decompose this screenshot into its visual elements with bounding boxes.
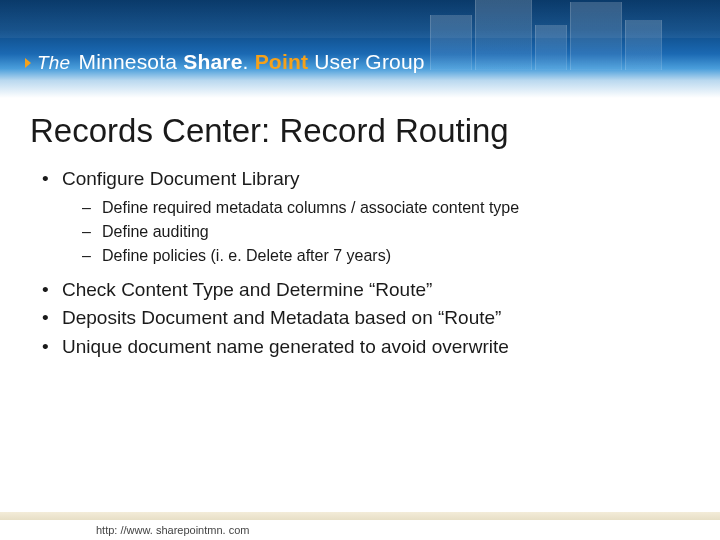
sub-bullet-item: Define auditing (62, 220, 680, 244)
banner-title: The Minnesota Share. Point User Group (22, 50, 425, 74)
bullet-text: Configure Document Library (62, 168, 300, 189)
sub-bullet-text: Define policies (i. e. Delete after 7 ye… (102, 247, 391, 264)
footer-divider (0, 512, 720, 520)
banner-word-point: Point (255, 50, 309, 73)
bullet-text: Check Content Type and Determine “Route” (62, 279, 432, 300)
sub-bullet-item: Define policies (i. e. Delete after 7 ye… (62, 244, 680, 268)
bullet-item: Unique document name generated to avoid … (40, 333, 680, 362)
bullet-text: Unique document name generated to avoid … (62, 336, 509, 357)
footer-url: http: //www. sharepointmn. com (96, 524, 249, 536)
bullet-item: Check Content Type and Determine “Route” (40, 276, 680, 305)
bullet-text: Deposits Document and Metadata based on … (62, 307, 501, 328)
arrow-icon (25, 58, 31, 68)
banner-word-the: The (37, 52, 70, 73)
sub-bullet-item: Define required metadata columns / assoc… (62, 196, 680, 220)
banner-word-minnesota: Minnesota (78, 50, 177, 73)
skyline-graphic (430, 0, 690, 80)
slide-content: Configure Document Library Define requir… (40, 165, 680, 361)
slide-title: Records Center: Record Routing (30, 112, 509, 150)
bullet-item: Deposits Document and Metadata based on … (40, 304, 680, 333)
banner-word-share: Share (183, 50, 242, 73)
title-banner: The Minnesota Share. Point User Group (0, 0, 720, 98)
sub-bullet-text: Define required metadata columns / assoc… (102, 199, 519, 216)
sub-bullet-text: Define auditing (102, 223, 209, 240)
banner-word-usergroup: User Group (314, 50, 425, 73)
bullet-item: Configure Document Library Define requir… (40, 165, 680, 268)
